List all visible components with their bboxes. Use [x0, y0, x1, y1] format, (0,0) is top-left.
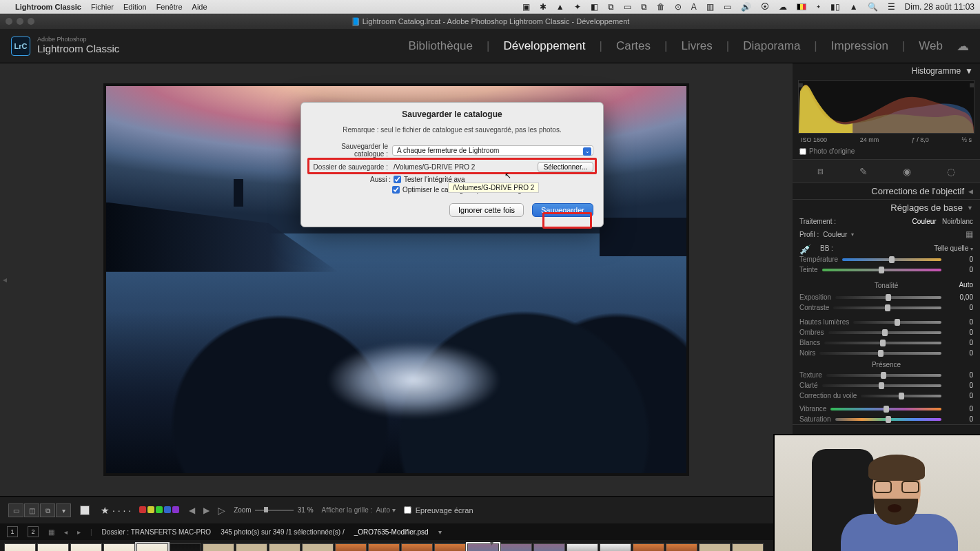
filmstrip-thumb[interactable] [70, 543, 102, 551]
whites-slider[interactable] [824, 342, 941, 344]
crop-tool-icon[interactable]: ⧈ [817, 165, 824, 177]
saturation-value[interactable]: 0 [946, 415, 973, 423]
module-diaporama[interactable]: Diaporama [743, 39, 800, 53]
app-menu[interactable]: Lightroom Classic [15, 3, 81, 11]
battery-icon[interactable]: ▮▯ [830, 2, 840, 12]
chevron-down-icon[interactable]: ▼ [965, 66, 973, 76]
status-icon[interactable]: ▭ [624, 2, 631, 12]
color-labels[interactable] [139, 506, 181, 514]
menu-window[interactable]: Fenêtre [156, 3, 183, 11]
dehaze-slider[interactable] [861, 395, 941, 397]
module-web[interactable]: Web [919, 39, 943, 53]
filmstrip-thumb-current[interactable] [467, 543, 499, 551]
filmstrip-thumb[interactable] [335, 543, 367, 551]
softproof-checkbox[interactable] [404, 506, 411, 514]
heal-tool-icon[interactable]: ✎ [859, 166, 868, 177]
prev-photo-button[interactable]: ◀ [189, 506, 195, 515]
filmstrip-thumb[interactable] [103, 543, 135, 551]
shadows-slider[interactable] [828, 331, 941, 334]
module-developpement[interactable]: Développement [503, 39, 585, 53]
input-source-flag-icon[interactable] [797, 3, 806, 10]
temperature-value[interactable]: 0 [946, 256, 973, 263]
whites-value[interactable]: 0 [946, 339, 973, 346]
wifi-icon[interactable]: ▲ [850, 2, 858, 12]
nav-back-icon[interactable]: ◂ [64, 528, 68, 536]
status-icon[interactable]: ⧉ [641, 2, 647, 12]
filmstrip-thumb[interactable] [37, 543, 69, 551]
clarity-slider[interactable] [822, 384, 941, 387]
optimize-catalog-checkbox[interactable] [392, 186, 400, 194]
contrast-slider[interactable] [833, 306, 941, 309]
status-icon[interactable]: ☁ [779, 2, 787, 12]
play-slideshow-button[interactable]: ▷ [218, 505, 225, 516]
secondary-display-2[interactable]: 2 [28, 526, 39, 537]
status-icon[interactable]: ▭ [724, 2, 731, 12]
filmstrip-thumb[interactable] [600, 543, 631, 551]
shadows-value[interactable]: 0 [946, 329, 973, 336]
filmstrip-thumb[interactable] [4, 543, 36, 551]
texture-slider[interactable] [826, 374, 941, 377]
wb-preset[interactable]: Telle quelle [934, 245, 968, 252]
filmstrip-thumb[interactable] [302, 543, 334, 551]
filmstrip-thumb[interactable] [732, 543, 764, 551]
status-icon[interactable]: 🗑 [657, 2, 665, 12]
cloud-sync-icon[interactable]: ☁ [957, 39, 969, 54]
grid-view-icon[interactable]: ▦ [48, 528, 54, 536]
status-icon[interactable]: ▲ [556, 2, 564, 12]
status-icon[interactable]: ▣ [522, 2, 530, 12]
bluetooth-icon[interactable]: ᛭ [816, 2, 821, 12]
backup-schedule-dropdown[interactable]: A chaque fermeture de Lightroom ⌄ [392, 145, 593, 156]
status-icon[interactable]: ✱ [540, 2, 547, 12]
redeye-tool-icon[interactable]: ◉ [903, 166, 911, 177]
status-icon[interactable]: ◧ [591, 2, 598, 12]
tint-slider[interactable] [822, 269, 941, 271]
filmstrip-thumb[interactable] [269, 543, 300, 551]
basic-panel-title[interactable]: Réglages de base [890, 202, 963, 213]
menu-edit[interactable]: Edition [123, 3, 147, 11]
filmstrip-thumb[interactable] [699, 543, 731, 551]
dropdown-icon[interactable]: ▾ [970, 246, 973, 252]
status-icon[interactable]: ⊙ [675, 2, 682, 12]
test-integrity-checkbox[interactable] [394, 176, 401, 183]
masking-tool-icon[interactable]: ◌ [947, 166, 955, 177]
search-icon[interactable]: 🔍 [868, 2, 878, 12]
next-photo-button[interactable]: ▶ [203, 506, 210, 515]
profile-value[interactable]: Couleur [823, 231, 847, 238]
window-controls[interactable] [6, 18, 34, 25]
before-after-icon[interactable] [80, 506, 90, 515]
texture-value[interactable]: 0 [946, 371, 973, 379]
filmstrip-thumb[interactable] [368, 543, 400, 551]
view-mode-switcher[interactable]: ▭◫⧉▾ [8, 503, 72, 517]
volume-icon[interactable]: 🔊 [741, 2, 751, 12]
dropdown-icon[interactable]: ▾ [851, 231, 854, 238]
auto-tone-button[interactable]: Auto [959, 281, 973, 289]
menu-file[interactable]: Fichier [91, 3, 114, 11]
dropdown-icon[interactable]: ▾ [438, 528, 442, 536]
blacks-slider[interactable] [819, 352, 941, 355]
contrast-value[interactable]: 0 [946, 304, 973, 311]
dehaze-value[interactable]: 0 [946, 392, 973, 399]
profile-browser-icon[interactable]: ▦ [966, 229, 973, 239]
temperature-slider[interactable] [842, 258, 941, 261]
filmstrip-thumb[interactable] [170, 543, 201, 551]
menubar-clock[interactable]: Dim. 28 août 11:03 [905, 2, 974, 12]
highlights-value[interactable]: 0 [946, 318, 973, 326]
filmstrip-thumb[interactable] [500, 543, 532, 551]
grid-overlay-mode[interactable]: Auto [376, 506, 390, 514]
chevron-down-icon[interactable]: ▼ [967, 205, 973, 211]
status-icon[interactable]: ⦿ [761, 2, 769, 12]
lens-corrections-title[interactable]: Corrections de l'objectif [871, 186, 964, 196]
filmstrip-thumb[interactable] [434, 543, 466, 551]
filmstrip-thumb[interactable] [633, 543, 664, 551]
vibrance-value[interactable]: 0 [946, 405, 973, 413]
clarity-value[interactable]: 0 [946, 382, 973, 389]
nav-fwd-icon[interactable]: ▸ [77, 528, 81, 536]
filmstrip-thumb[interactable] [401, 543, 433, 551]
current-filename[interactable]: _ORO7635-Modifier.psd [354, 528, 429, 536]
filmstrip-thumb[interactable] [136, 543, 168, 551]
vibrance-slider[interactable] [830, 408, 941, 410]
module-livres[interactable]: Livres [681, 39, 712, 53]
status-icon[interactable]: ▥ [706, 2, 714, 12]
filmstrip-thumb[interactable] [666, 543, 697, 551]
tint-value[interactable]: 0 [946, 266, 973, 273]
